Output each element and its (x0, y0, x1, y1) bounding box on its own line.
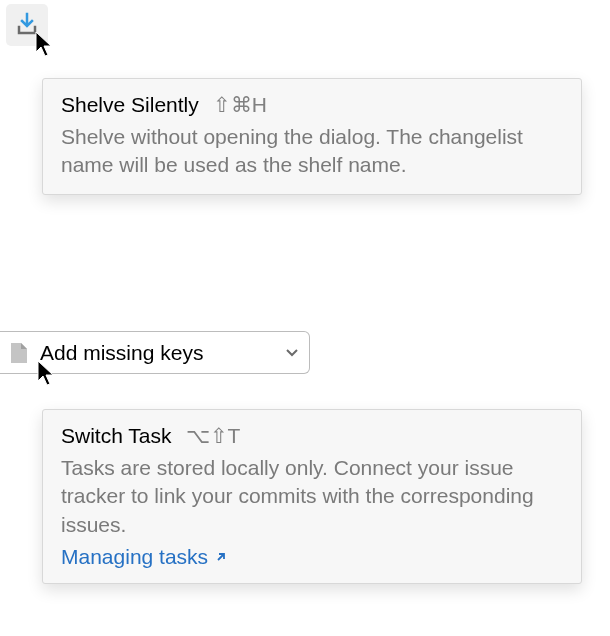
switch-task-tooltip: Switch Task ⌥⇧T Tasks are stored locally… (42, 409, 582, 584)
tooltip-title: Shelve Silently (61, 93, 199, 117)
managing-tasks-link[interactable]: Managing tasks (61, 545, 228, 569)
add-missing-keys-dropdown[interactable]: Add missing keys (0, 331, 310, 374)
external-link-icon (214, 550, 228, 564)
shelve-tooltip: Shelve Silently ⇧⌘H Shelve without openi… (42, 78, 582, 195)
tooltip-description: Shelve without opening the dialog. The c… (61, 123, 563, 180)
chevron-down-icon (285, 344, 299, 362)
tooltip-title: Switch Task (61, 424, 172, 448)
tooltip-description: Tasks are stored locally only. Connect y… (61, 454, 563, 539)
tooltip-shortcut: ⇧⌘H (213, 93, 267, 117)
shelve-button[interactable] (6, 4, 48, 46)
link-label: Managing tasks (61, 545, 208, 569)
tooltip-shortcut: ⌥⇧T (186, 424, 241, 448)
dropdown-label: Add missing keys (40, 341, 275, 365)
download-icon (14, 12, 40, 38)
document-icon (8, 340, 30, 366)
